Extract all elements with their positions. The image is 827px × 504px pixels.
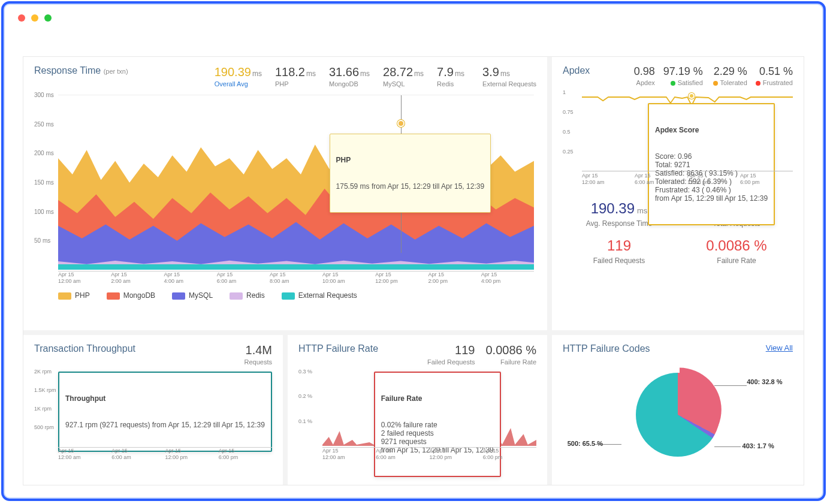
legend-item[interactable]: PHP bbox=[58, 291, 90, 300]
x-tick: Apr 154:00 am bbox=[164, 271, 216, 286]
apdex-tooltip: Apdex Score Score: 0.96Total: 9271Satisf… bbox=[648, 103, 775, 225]
x-tick: Apr 156:00 am bbox=[376, 448, 429, 461]
pie-label-400: 400: 32.8 % bbox=[747, 378, 782, 385]
pie-label-500: 500: 65.5 % bbox=[568, 440, 603, 447]
metric-mysql: 28.72msMySQL bbox=[383, 65, 424, 87]
x-tick: Apr 156:00 am bbox=[217, 271, 270, 286]
failure-codes-panel: HTTP Failure Codes View All 400: 32.8 % … bbox=[552, 335, 804, 485]
y-tick: 100 ms bbox=[34, 208, 54, 215]
x-tick: Apr 156:00 pm bbox=[483, 448, 536, 461]
x-tick: Apr 154:00 pm bbox=[481, 271, 534, 286]
zoom-icon[interactable] bbox=[44, 14, 52, 22]
summary-stat: 119Failed Requests bbox=[563, 237, 675, 265]
response-time-metrics: 190.39msOverall Avg118.2msPHP31.66msMong… bbox=[215, 65, 536, 87]
y-tick: 1 bbox=[563, 89, 566, 95]
throughput-tooltip: Throughput 927.1 rpm (9271 requests) fro… bbox=[58, 372, 272, 452]
failure-rate-panel: HTTP Failure Rate 119Failed Requests0.00… bbox=[288, 335, 547, 485]
y-tick: 2K rpm bbox=[34, 369, 52, 375]
failure-codes-pie[interactable]: 400: 32.8 % 403: 1.7 % 500: 65.5 % bbox=[563, 358, 793, 472]
tooltip-title: Apdex Score bbox=[655, 126, 768, 134]
legend-item[interactable]: MySQL bbox=[172, 291, 213, 300]
minimize-icon[interactable] bbox=[31, 14, 38, 22]
y-tick: 0.3 % bbox=[298, 369, 312, 375]
apdex-metric: 2.29 %Tolerated bbox=[711, 65, 747, 86]
x-tick: Apr 1512:00 am bbox=[58, 271, 111, 286]
y-tick: 0.75 bbox=[563, 109, 574, 115]
panel-subtitle: (per txn) bbox=[104, 68, 128, 75]
summary-stat: 0.0086 %Failure Rate bbox=[680, 237, 793, 265]
x-tick: Apr 152:00 am bbox=[111, 271, 164, 286]
metric-external-requests: 3.9msExternal Requests bbox=[482, 65, 536, 87]
y-tick: 0.25 bbox=[563, 149, 574, 155]
x-tick: Apr 156:00 am bbox=[635, 173, 687, 188]
throughput-chart[interactable]: 2K rpm1.5K rpm1K rpm500 rpm Throughput 9… bbox=[58, 372, 272, 461]
legend-item[interactable]: Redis bbox=[230, 291, 265, 300]
x-tick: Apr 156:00 am bbox=[111, 448, 165, 461]
chart-x-axis: Apr 1512:00 amApr 156:00 amApr 1512:00 p… bbox=[582, 173, 793, 188]
apdex-chart[interactable]: 10.750.50.25 Apdex Score Score: 0.96Tota… bbox=[582, 92, 793, 188]
apdex-hover-marker bbox=[689, 93, 695, 99]
response-time-chart[interactable]: 300 ms250 ms200 ms150 ms100 ms50 ms PHP … bbox=[58, 95, 534, 286]
x-tick: Apr 1512:00 pm bbox=[687, 173, 740, 188]
apdex-panel: Apdex 0.98Apdex97.19 %Satisfied2.29 %Tol… bbox=[552, 57, 804, 330]
window-traffic-lights bbox=[18, 14, 52, 22]
x-tick: Apr 1512:00 am bbox=[582, 173, 635, 188]
failure-metrics: 119Failed Requests0.0086 %Failure Rate bbox=[427, 343, 536, 366]
metric-value: 1.4M bbox=[240, 343, 272, 357]
view-all-link[interactable]: View All bbox=[766, 343, 793, 352]
x-tick: Apr 1512:00 am bbox=[322, 448, 376, 461]
response-time-legend: PHPMongoDBMySQLRedisExternal Requests bbox=[58, 291, 536, 300]
failure-metric: 0.0086 %Failure Rate bbox=[485, 343, 536, 366]
apdex-metric: 0.98Apdex bbox=[619, 65, 655, 86]
apdex-metrics: 0.98Apdex97.19 %Satisfied2.29 %Tolerated… bbox=[619, 65, 793, 86]
x-tick: Apr 152:00 pm bbox=[428, 271, 481, 286]
x-tick: Apr 1512:00 am bbox=[58, 448, 111, 461]
tooltip-body: 175.59 ms from Apr 15, 12:29 till Apr 15… bbox=[336, 182, 484, 191]
y-tick: 0.2 % bbox=[298, 393, 312, 399]
x-tick: Apr 1512:00 pm bbox=[430, 448, 483, 461]
response-time-title: Response Time (per txn) bbox=[34, 65, 201, 76]
tooltip-title: Throughput bbox=[65, 394, 265, 403]
x-tick: Apr 156:00 pm bbox=[740, 173, 793, 188]
tooltip-title: PHP bbox=[336, 156, 484, 164]
pie-slice-400 bbox=[638, 368, 722, 452]
chart-plot-area: PHP 175.59 ms from Apr 15, 12:29 till Ap… bbox=[58, 95, 534, 270]
y-tick: 0.5 bbox=[563, 129, 571, 135]
y-tick: 300 ms bbox=[34, 92, 54, 98]
legend-item[interactable]: MongoDB bbox=[107, 291, 155, 300]
app-window: Response Time (per txn) 190.39msOverall … bbox=[1, 1, 826, 501]
metric-redis: 7.9msRedis bbox=[437, 65, 469, 87]
pie-label-403: 403: 1.7 % bbox=[743, 442, 774, 449]
metric-mongodb: 31.66msMongoDB bbox=[329, 65, 370, 87]
close-icon[interactable] bbox=[18, 14, 25, 22]
panel-title-text: Response Time bbox=[34, 65, 101, 76]
throughput-total: 1.4M Requests bbox=[240, 343, 272, 366]
response-time-tooltip: PHP 175.59 ms from Apr 15, 12:29 till Ap… bbox=[330, 134, 491, 213]
y-tick: 1.5K rpm bbox=[34, 387, 56, 393]
throughput-title: Transaction Throughput bbox=[34, 343, 240, 354]
y-tick: 500 rpm bbox=[34, 424, 54, 430]
failure-chart[interactable]: 0.3 %0.2 %0.1 % Failure Rate 0.02% failu… bbox=[322, 372, 536, 461]
x-tick: Apr 1512:00 pm bbox=[165, 448, 219, 461]
metric-label: Requests bbox=[240, 358, 272, 366]
y-tick: 200 ms bbox=[34, 150, 54, 156]
y-tick: 50 ms bbox=[34, 237, 50, 244]
apdex-line bbox=[582, 95, 793, 98]
y-tick: 250 ms bbox=[34, 120, 54, 127]
failure-metric: 119Failed Requests bbox=[427, 343, 475, 366]
apdex-metric: 0.51 %Frustrated bbox=[756, 65, 793, 86]
apdex-metric: 97.19 %Satisfied bbox=[663, 65, 703, 86]
apdex-title: Apdex bbox=[563, 65, 608, 86]
failure-title: HTTP Failure Rate bbox=[298, 343, 427, 354]
y-tick: 1K rpm bbox=[34, 406, 52, 412]
chart-x-axis: Apr 1512:00 amApr 156:00 amApr 1512:00 p… bbox=[58, 447, 272, 461]
x-tick: Apr 1512:00 pm bbox=[375, 271, 428, 286]
x-tick: Apr 158:00 am bbox=[270, 271, 322, 286]
x-tick: Apr 156:00 pm bbox=[219, 448, 272, 461]
legend-item[interactable]: External Requests bbox=[282, 291, 357, 300]
y-tick: 150 ms bbox=[34, 179, 54, 186]
dashboard-grid: Response Time (per txn) 190.39msOverall … bbox=[23, 56, 804, 485]
y-tick: 0.1 % bbox=[298, 418, 312, 424]
tooltip-title: Failure Rate bbox=[381, 394, 494, 403]
chart-hover-marker bbox=[397, 120, 405, 127]
